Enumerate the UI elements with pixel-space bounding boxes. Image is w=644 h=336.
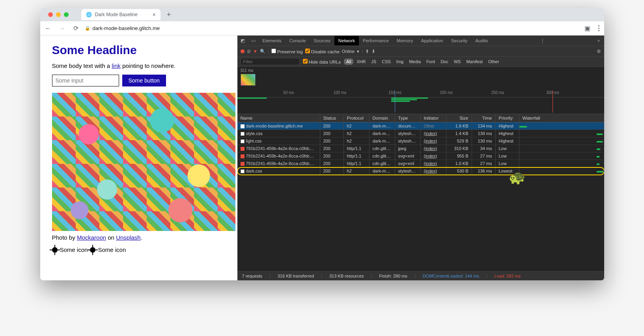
filter-all[interactable]: All bbox=[344, 58, 353, 65]
network-row[interactable]: dark-mode-baseline.glitch.me200h2dark-mo… bbox=[237, 122, 604, 130]
new-tab-button[interactable]: + bbox=[164, 11, 174, 19]
devtools-tab-console[interactable]: Console bbox=[285, 36, 310, 45]
extensions-icon[interactable]: ▣ bbox=[583, 23, 592, 34]
devtools-panel: ◩ ▭ ElementsConsoleSourcesNetworkPerform… bbox=[237, 36, 604, 280]
download-icon[interactable]: ⬇ bbox=[371, 49, 375, 54]
filter-xhr[interactable]: XHR bbox=[354, 58, 368, 65]
clear-button[interactable]: ⊘ bbox=[247, 49, 251, 54]
timeline-duration: 311 ms bbox=[241, 68, 254, 73]
record-button[interactable] bbox=[241, 49, 245, 53]
hero-image bbox=[52, 93, 235, 231]
devtools-menu-icon[interactable]: ⋮ bbox=[536, 36, 549, 45]
devtools-tab-application[interactable]: Application bbox=[417, 36, 447, 45]
rendered-page: Some Headline Some body text with a link… bbox=[40, 36, 237, 280]
demo-button[interactable]: Some button bbox=[122, 75, 166, 86]
demo-form: Some button bbox=[52, 75, 226, 86]
filter-manifest[interactable]: Manifest bbox=[464, 58, 485, 65]
filmstrip-thumbnail bbox=[241, 74, 256, 86]
disable-cache-checkbox[interactable]: Disable cache bbox=[305, 49, 340, 54]
ruler-tick: 250 ms bbox=[491, 90, 504, 95]
photo-credit: Photo by Mockaroon on Unsplash. bbox=[52, 234, 226, 241]
timeline-overview[interactable]: 311 ms 50 ms100 ms150 ms200 ms250 ms300 … bbox=[237, 67, 604, 114]
network-row[interactable]: 791b2241-459b-4a2e-8cca-c0fdc2…200http/1… bbox=[237, 145, 604, 152]
maximize-window-button[interactable] bbox=[64, 12, 69, 17]
col-initiator[interactable]: Initiator bbox=[421, 114, 446, 122]
network-row[interactable]: dark.css200h2dark-mo…stylesheet(index)53… bbox=[237, 167, 604, 175]
network-toolbar: ⊘ ▼ 🔍 | Preserve log Disable cache Onlin… bbox=[237, 46, 604, 57]
devtools-tab-security[interactable]: Security bbox=[447, 36, 472, 45]
bulb-icon bbox=[52, 247, 58, 253]
devtools-tab-performance[interactable]: Performance bbox=[359, 36, 393, 45]
filter-input[interactable] bbox=[241, 58, 300, 65]
chrome-top: 🌐 Dark Mode Baseline × + ← → ⟳ 🔒 dark-mo… bbox=[40, 8, 604, 36]
devtools-tabs: ◩ ▭ ElementsConsoleSourcesNetworkPerform… bbox=[237, 36, 604, 46]
col-size[interactable]: Size bbox=[446, 114, 472, 122]
filter-icon[interactable]: ▼ bbox=[253, 49, 258, 54]
device-icon[interactable]: ▭ bbox=[248, 36, 259, 45]
page-headline: Some Headline bbox=[52, 43, 226, 57]
devtools-tab-memory[interactable]: Memory bbox=[393, 36, 417, 45]
url-field[interactable]: 🔒 dark-mode-baseline.glitch.me bbox=[85, 25, 578, 31]
preserve-log-checkbox[interactable]: Preserve log bbox=[271, 49, 303, 54]
settings-icon[interactable]: ⚙ bbox=[597, 49, 601, 54]
lock-icon: 🔒 bbox=[85, 26, 90, 31]
body-text: Some body text with a link pointing to n… bbox=[52, 62, 226, 69]
credit-author-link[interactable]: Mockaroon bbox=[77, 234, 106, 241]
ruler-tick: 100 ms bbox=[333, 90, 346, 95]
icons-row: Some icon Some icon bbox=[52, 246, 226, 253]
col-type[interactable]: Type bbox=[395, 114, 421, 122]
devtools-tab-sources[interactable]: Sources bbox=[310, 36, 334, 45]
status-resources: 313 KB resources bbox=[329, 274, 364, 278]
hide-data-urls-checkbox[interactable]: Hide data URLs bbox=[303, 59, 341, 64]
filter-media[interactable]: Media bbox=[407, 58, 423, 65]
minimize-window-button[interactable] bbox=[56, 12, 61, 17]
browser-tab[interactable]: 🌐 Dark Mode Baseline × bbox=[81, 9, 161, 20]
forward-button[interactable]: → bbox=[58, 23, 67, 34]
demo-input[interactable] bbox=[52, 75, 119, 86]
col-priority[interactable]: Priority bbox=[496, 114, 519, 122]
status-dcl: DOMContentLoaded: 144 ms bbox=[423, 274, 479, 278]
filter-doc[interactable]: Doc bbox=[438, 58, 451, 65]
devtools-tab-network[interactable]: Network bbox=[334, 36, 359, 45]
network-table: Name Status Protocol Domain Type Initiat… bbox=[237, 114, 604, 271]
col-domain[interactable]: Domain bbox=[370, 114, 395, 122]
col-name[interactable]: Name bbox=[237, 114, 320, 122]
upload-icon[interactable]: ⬆ bbox=[365, 49, 369, 54]
throttle-select[interactable]: Online ▾ bbox=[342, 49, 359, 54]
filter-font[interactable]: Font bbox=[424, 58, 437, 65]
network-row[interactable]: 791b2241-459b-4a2e-8cca-c0fdc2…200http/1… bbox=[237, 152, 604, 160]
filter-ws[interactable]: WS bbox=[452, 58, 463, 65]
col-status[interactable]: Status bbox=[320, 114, 344, 122]
search-icon[interactable]: 🔍 bbox=[260, 49, 265, 54]
ruler-tick: 50 ms bbox=[283, 90, 294, 95]
filter-bar: Hide data URLs AllXHRJSCSSImgMediaFontDo… bbox=[237, 57, 604, 67]
inspect-icon[interactable]: ◩ bbox=[237, 36, 248, 45]
reload-button[interactable]: ⟳ bbox=[72, 23, 80, 34]
status-finish: Finish: 280 ms bbox=[379, 274, 407, 278]
status-transferred: 316 KB transferred bbox=[278, 274, 314, 278]
col-time[interactable]: Time bbox=[472, 114, 496, 122]
body-link[interactable]: link bbox=[112, 62, 121, 69]
devtools-tab-audits[interactable]: Audits bbox=[471, 36, 492, 45]
tab-close-button[interactable]: × bbox=[153, 11, 156, 18]
bulb-icon bbox=[90, 247, 95, 253]
back-button[interactable]: ← bbox=[43, 23, 53, 34]
close-window-button[interactable] bbox=[48, 12, 53, 17]
globe-icon: 🌐 bbox=[86, 12, 92, 17]
filter-other[interactable]: Other bbox=[486, 58, 502, 65]
network-row[interactable]: style.css200h2dark-mo…stylesheet(index)1… bbox=[237, 130, 604, 137]
chrome-menu-button[interactable] bbox=[597, 24, 601, 33]
col-waterfall[interactable]: Waterfall bbox=[519, 114, 604, 122]
filter-css[interactable]: CSS bbox=[379, 58, 393, 65]
devtools-tab-elements[interactable]: Elements bbox=[259, 36, 286, 45]
filter-img[interactable]: Img bbox=[394, 58, 406, 65]
credit-site-link[interactable]: Unsplash bbox=[116, 234, 141, 241]
filter-js[interactable]: JS bbox=[369, 58, 379, 65]
network-row[interactable]: 791b2241-459b-4a2e-8cca-c0fdc2…200http/1… bbox=[237, 160, 604, 167]
devtools-close-button[interactable]: × bbox=[594, 37, 604, 45]
timeline-ruler: 50 ms100 ms150 ms200 ms250 ms300 ms bbox=[237, 90, 604, 98]
network-row[interactable]: light.css200h2dark-mo…stylesheet(index)5… bbox=[237, 137, 604, 145]
icon-label-1: Some icon bbox=[60, 246, 88, 253]
ruler-tick: 200 ms bbox=[440, 90, 453, 95]
col-protocol[interactable]: Protocol bbox=[344, 114, 370, 122]
